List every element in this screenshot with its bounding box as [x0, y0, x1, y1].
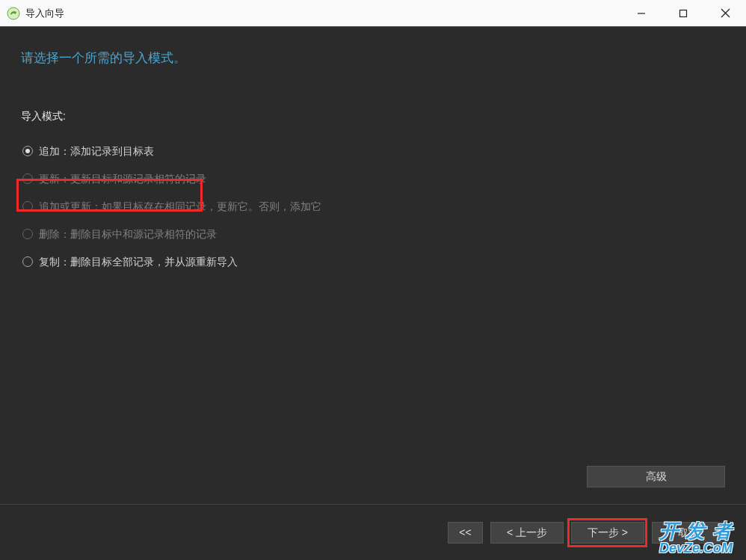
radio-delete: 删除：删除目标中和源记录相符的记录: [22, 220, 725, 247]
svg-rect-2: [680, 10, 687, 16]
app-icon: [6, 6, 21, 21]
maximize-button[interactable]: [662, 0, 704, 26]
window-title: 导入向导: [25, 7, 64, 20]
radio-append-or-update: 追加或更新：如果目标存在相同记录，更新它。否则，添加它: [22, 192, 725, 220]
radio-label: 复制：删除目标全部记录，并从源重新导入: [39, 256, 238, 267]
radio-icon: [22, 173, 33, 184]
advanced-button[interactable]: 高级: [587, 466, 725, 487]
radio-icon: [22, 146, 33, 156]
minimize-button[interactable]: [620, 0, 662, 26]
titlebar: 导入向导: [0, 0, 746, 27]
radio-icon: [22, 201, 33, 212]
first-button[interactable]: <<: [448, 522, 483, 544]
next-button[interactable]: 下一步 >: [571, 522, 644, 544]
content-area: 请选择一个所需的导入模式。 导入模式: 追加：添加记录到目标表 更新：更新目标和…: [0, 27, 746, 504]
radio-label: 追加或更新：如果目标存在相同记录，更新它。否则，添加它: [39, 201, 321, 212]
radio-append[interactable]: 追加：添加记录到目标表: [22, 137, 725, 164]
window-controls: [620, 0, 746, 26]
radio-update: 更新：更新目标和源记录相符的记录: [22, 164, 725, 192]
radio-label: 追加：添加记录到目标表: [39, 146, 154, 156]
svg-point-0: [7, 7, 19, 19]
footer: << < 上一步 下一步 > 取消: [0, 504, 746, 560]
radio-label: 删除：删除目标中和源记录相符的记录: [39, 229, 217, 239]
radio-copy[interactable]: 复制：删除目标全部记录，并从源重新导入: [22, 247, 725, 275]
prev-button[interactable]: < 上一步: [490, 522, 564, 544]
close-button[interactable]: [704, 0, 746, 26]
page-heading: 请选择一个所需的导入模式。: [21, 49, 725, 67]
radio-icon: [22, 256, 33, 267]
cancel-button[interactable]: 取消: [652, 522, 725, 544]
radio-icon: [22, 229, 33, 239]
mode-label: 导入模式:: [21, 110, 725, 123]
radio-label: 更新：更新目标和源记录相符的记录: [39, 173, 206, 184]
import-mode-group: 追加：添加记录到目标表 更新：更新目标和源记录相符的记录 追加或更新：如果目标存…: [21, 137, 725, 275]
